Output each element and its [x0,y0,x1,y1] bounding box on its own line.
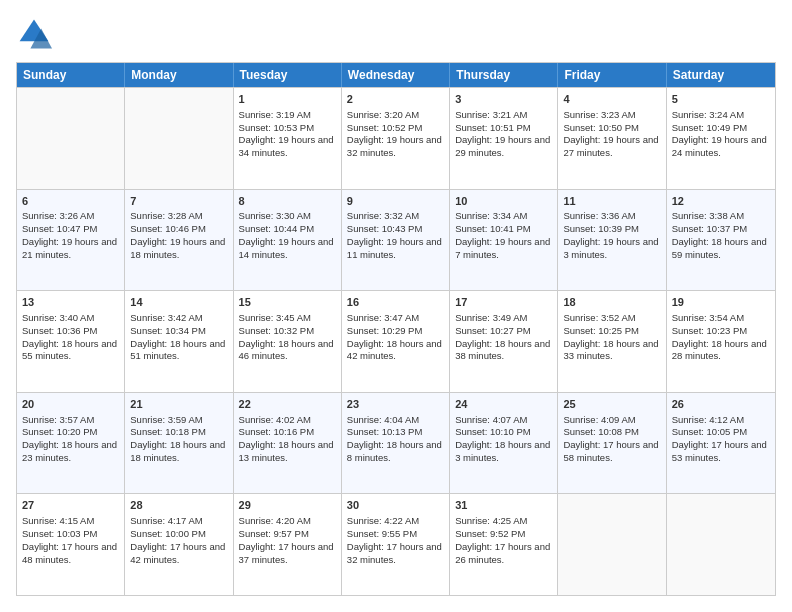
day-number: 6 [22,194,119,209]
day-number: 17 [455,295,552,310]
calendar: SundayMondayTuesdayWednesdayThursdayFrid… [16,62,776,596]
day-number: 25 [563,397,660,412]
sunrise-text: Sunrise: 4:12 AM [672,414,744,425]
day-number: 9 [347,194,444,209]
day-header-monday: Monday [125,63,233,87]
sunrise-text: Sunrise: 3:24 AM [672,109,744,120]
sunset-text: Sunset: 10:25 PM [563,325,639,336]
day-cell-18: 18Sunrise: 3:52 AMSunset: 10:25 PMDaylig… [558,291,666,392]
calendar-week-2: 6Sunrise: 3:26 AMSunset: 10:47 PMDayligh… [17,189,775,291]
sunset-text: Sunset: 10:36 PM [22,325,98,336]
sunrise-text: Sunrise: 3:20 AM [347,109,419,120]
sunset-text: Sunset: 9:55 PM [347,528,417,539]
daylight-text: Daylight: 17 hours and 42 minutes. [130,541,225,565]
day-cell-4: 4Sunrise: 3:23 AMSunset: 10:50 PMDayligh… [558,88,666,189]
daylight-text: Daylight: 17 hours and 48 minutes. [22,541,117,565]
daylight-text: Daylight: 18 hours and 51 minutes. [130,338,225,362]
day-cell-7: 7Sunrise: 3:28 AMSunset: 10:46 PMDayligh… [125,190,233,291]
day-cell-14: 14Sunrise: 3:42 AMSunset: 10:34 PMDaylig… [125,291,233,392]
day-cell-16: 16Sunrise: 3:47 AMSunset: 10:29 PMDaylig… [342,291,450,392]
sunset-text: Sunset: 10:32 PM [239,325,315,336]
day-cell-19: 19Sunrise: 3:54 AMSunset: 10:23 PMDaylig… [667,291,775,392]
day-number: 12 [672,194,770,209]
day-cell-26: 26Sunrise: 4:12 AMSunset: 10:05 PMDaylig… [667,393,775,494]
day-number: 28 [130,498,227,513]
sunset-text: Sunset: 10:37 PM [672,223,748,234]
sunset-text: Sunset: 10:23 PM [672,325,748,336]
calendar-week-4: 20Sunrise: 3:57 AMSunset: 10:20 PMDaylig… [17,392,775,494]
sunrise-text: Sunrise: 3:40 AM [22,312,94,323]
sunrise-text: Sunrise: 3:42 AM [130,312,202,323]
sunrise-text: Sunrise: 3:32 AM [347,210,419,221]
daylight-text: Daylight: 19 hours and 34 minutes. [239,134,334,158]
sunrise-text: Sunrise: 3:34 AM [455,210,527,221]
calendar-week-1: 1Sunrise: 3:19 AMSunset: 10:53 PMDayligh… [17,87,775,189]
sunset-text: Sunset: 10:52 PM [347,122,423,133]
daylight-text: Daylight: 19 hours and 3 minutes. [563,236,658,260]
sunset-text: Sunset: 10:13 PM [347,426,423,437]
sunset-text: Sunset: 10:34 PM [130,325,206,336]
day-number: 19 [672,295,770,310]
daylight-text: Daylight: 18 hours and 18 minutes. [130,439,225,463]
daylight-text: Daylight: 19 hours and 11 minutes. [347,236,442,260]
day-number: 16 [347,295,444,310]
day-cell-22: 22Sunrise: 4:02 AMSunset: 10:16 PMDaylig… [234,393,342,494]
day-number: 14 [130,295,227,310]
day-number: 4 [563,92,660,107]
day-cell-2: 2Sunrise: 3:20 AMSunset: 10:52 PMDayligh… [342,88,450,189]
daylight-text: Daylight: 19 hours and 32 minutes. [347,134,442,158]
sunrise-text: Sunrise: 4:02 AM [239,414,311,425]
day-number: 7 [130,194,227,209]
daylight-text: Daylight: 19 hours and 14 minutes. [239,236,334,260]
day-number: 10 [455,194,552,209]
day-number: 26 [672,397,770,412]
daylight-text: Daylight: 19 hours and 27 minutes. [563,134,658,158]
sunrise-text: Sunrise: 4:20 AM [239,515,311,526]
day-cell-9: 9Sunrise: 3:32 AMSunset: 10:43 PMDayligh… [342,190,450,291]
day-cell-13: 13Sunrise: 3:40 AMSunset: 10:36 PMDaylig… [17,291,125,392]
day-number: 27 [22,498,119,513]
day-cell-28: 28Sunrise: 4:17 AMSunset: 10:00 PMDaylig… [125,494,233,595]
daylight-text: Daylight: 19 hours and 21 minutes. [22,236,117,260]
day-number: 21 [130,397,227,412]
day-number: 1 [239,92,336,107]
daylight-text: Daylight: 18 hours and 42 minutes. [347,338,442,362]
sunset-text: Sunset: 10:05 PM [672,426,748,437]
day-cell-12: 12Sunrise: 3:38 AMSunset: 10:37 PMDaylig… [667,190,775,291]
sunrise-text: Sunrise: 3:38 AM [672,210,744,221]
day-cell-21: 21Sunrise: 3:59 AMSunset: 10:18 PMDaylig… [125,393,233,494]
daylight-text: Daylight: 18 hours and 23 minutes. [22,439,117,463]
day-header-tuesday: Tuesday [234,63,342,87]
sunrise-text: Sunrise: 3:47 AM [347,312,419,323]
sunrise-text: Sunrise: 3:28 AM [130,210,202,221]
daylight-text: Daylight: 17 hours and 26 minutes. [455,541,550,565]
sunset-text: Sunset: 10:03 PM [22,528,98,539]
sunset-text: Sunset: 10:16 PM [239,426,315,437]
sunset-text: Sunset: 10:43 PM [347,223,423,234]
sunrise-text: Sunrise: 4:04 AM [347,414,419,425]
sunrise-text: Sunrise: 3:59 AM [130,414,202,425]
empty-cell [667,494,775,595]
day-number: 29 [239,498,336,513]
daylight-text: Daylight: 19 hours and 24 minutes. [672,134,767,158]
daylight-text: Daylight: 18 hours and 55 minutes. [22,338,117,362]
day-number: 11 [563,194,660,209]
day-header-sunday: Sunday [17,63,125,87]
day-cell-10: 10Sunrise: 3:34 AMSunset: 10:41 PMDaylig… [450,190,558,291]
day-cell-20: 20Sunrise: 3:57 AMSunset: 10:20 PMDaylig… [17,393,125,494]
sunset-text: Sunset: 10:18 PM [130,426,206,437]
sunset-text: Sunset: 10:50 PM [563,122,639,133]
day-cell-30: 30Sunrise: 4:22 AMSunset: 9:55 PMDayligh… [342,494,450,595]
daylight-text: Daylight: 18 hours and 13 minutes. [239,439,334,463]
day-cell-3: 3Sunrise: 3:21 AMSunset: 10:51 PMDayligh… [450,88,558,189]
day-cell-25: 25Sunrise: 4:09 AMSunset: 10:08 PMDaylig… [558,393,666,494]
daylight-text: Daylight: 17 hours and 37 minutes. [239,541,334,565]
day-cell-23: 23Sunrise: 4:04 AMSunset: 10:13 PMDaylig… [342,393,450,494]
sunrise-text: Sunrise: 4:09 AM [563,414,635,425]
day-cell-29: 29Sunrise: 4:20 AMSunset: 9:57 PMDayligh… [234,494,342,595]
daylight-text: Daylight: 18 hours and 3 minutes. [455,439,550,463]
daylight-text: Daylight: 18 hours and 59 minutes. [672,236,767,260]
logo [16,16,56,52]
sunrise-text: Sunrise: 3:30 AM [239,210,311,221]
day-number: 23 [347,397,444,412]
